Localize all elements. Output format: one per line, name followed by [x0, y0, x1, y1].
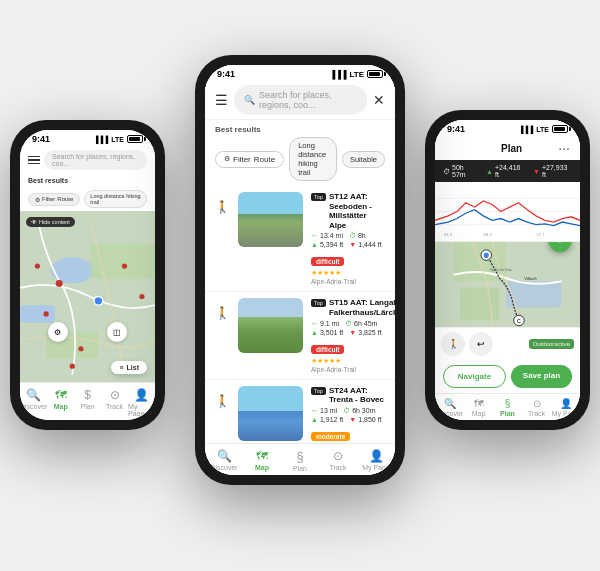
center-nav-track[interactable]: ⊙ Track — [319, 449, 357, 472]
left-search-bar[interactable]: Search for places, regions, coo... — [44, 150, 147, 170]
settings-icon-btn[interactable]: ⚙ — [48, 322, 68, 342]
right-plan-icon: § — [505, 398, 511, 409]
more-btn[interactable]: ··· — [558, 140, 570, 156]
outdooractive-badge: Outdooractive — [529, 339, 574, 349]
right-nav-discover[interactable]: 🔍 Discover — [435, 398, 464, 417]
center-trail-chip[interactable]: Long distance hiking trail — [289, 137, 337, 181]
right-battery — [552, 125, 568, 133]
left-nav-map[interactable]: 🗺 Map — [47, 388, 74, 417]
duration-3: ⏱6h 30m — [343, 407, 375, 414]
hiker-icon-1: 🚶 — [215, 200, 230, 214]
center-filter-row: ⚙ Filter Route Long distance hiking trai… — [205, 137, 395, 186]
distance-2: ↔9.1 mi — [311, 320, 339, 327]
list-btn[interactable]: ≡ List — [111, 361, 147, 374]
center-time: 9:41 — [217, 69, 235, 79]
right-nav-mypage[interactable]: 👤 My Page — [551, 398, 580, 417]
elev-up-2: ▲3,501 ft — [311, 329, 343, 336]
center-track-icon: ⊙ — [333, 449, 343, 463]
trail-item-2[interactable]: 🚶 Top ST15 AAT: Langalmtal - Falkerthaus… — [205, 292, 395, 379]
center-search[interactable]: 🔍 Search for places, regions, coo... — [234, 85, 367, 115]
left-status-icons: ▐▐▐ LTE — [93, 135, 143, 143]
center-battery — [367, 70, 383, 78]
svg-text:48.5: 48.5 — [483, 232, 492, 237]
top-badge-1: Top — [311, 193, 326, 201]
center-nav-discover[interactable]: 🔍 Discover — [205, 449, 243, 472]
elev-down-2: ▼3,825 ft — [349, 329, 381, 336]
center-discover-icon: 🔍 — [217, 449, 232, 463]
hide-content-label: Hide content — [39, 219, 70, 225]
left-status-bar: 9:41 ▐▐▐ LTE — [20, 130, 155, 146]
center-map-icon: 🗺 — [256, 449, 268, 463]
center-track-label: Track — [329, 464, 346, 471]
trail-info-1: Top ST12 AAT: Seeboden - Millstätter Alp… — [311, 192, 385, 285]
right-nav-map[interactable]: 🗺 Map — [464, 398, 493, 417]
right-time: 9:41 — [447, 124, 465, 134]
trail-info-2: Top ST15 AAT: Langalmtal - Falkerthaus/L… — [311, 298, 385, 372]
right-nav-track[interactable]: ⊙ Track — [522, 398, 551, 417]
stat-time: ⏱ 50h 57m — [443, 164, 478, 178]
eye-icon: 👁 — [31, 219, 37, 225]
trail-list: 🚶 Top ST12 AAT: Seeboden - Millstätter A… — [205, 186, 395, 443]
hide-content-btn[interactable]: 👁 Hide content — [26, 217, 75, 227]
elev-up-3: ▲1,912 ft — [311, 416, 343, 423]
walk-btn[interactable]: 🚶 — [441, 332, 465, 356]
elev-down-3: ▼1,850 ft — [349, 416, 381, 423]
left-nav-mypage[interactable]: 👤 My Page — [128, 388, 155, 417]
stars-1: ★★★★★ — [311, 269, 385, 277]
trail-name-row-2: Top ST15 AAT: Langalmtal - Falkerthaus/L… — [311, 298, 385, 317]
mypage-icon: 👤 — [134, 388, 149, 402]
center-plan-icon: § — [296, 449, 303, 464]
right-map: B C Villach Spit in der Drau ↩ ↪ ◫ — [435, 242, 580, 327]
elev-up-1: ▲5,394 ft — [311, 241, 343, 248]
layers-icon-btn[interactable]: ◫ — [107, 322, 127, 342]
map-icon: 🗺 — [55, 388, 67, 402]
svg-point-4 — [56, 280, 63, 287]
arrow-up-icon: ↔ — [311, 232, 318, 239]
left-map: 👁 Hide content ≡ List ⚙ ◫ — [20, 211, 155, 382]
hamburger-icon[interactable] — [28, 156, 40, 165]
right-discover-label: Discover — [436, 410, 463, 417]
center-filter-btn[interactable]: ⚙ Filter Route — [215, 151, 284, 168]
top-badge-2: Top — [311, 299, 326, 307]
svg-text:Villach: Villach — [524, 276, 537, 281]
distance-3: ↔13 mi — [311, 407, 337, 414]
trail-item[interactable]: 🚶 Top ST12 AAT: Seeboden - Millstätter A… — [205, 186, 395, 292]
trail-item-3[interactable]: 🚶 Top ST24 AAT: Trenta - Bovec ↔13 mi ⏱6… — [205, 380, 395, 443]
center-nav-plan[interactable]: § Plan — [281, 449, 319, 472]
navigate-btn[interactable]: Navigate — [443, 365, 506, 388]
list-icon: ≡ — [119, 364, 123, 371]
svg-point-13 — [94, 297, 103, 306]
elevation-svg: 34.2 48.5 72.7 — [435, 182, 580, 241]
clock-icon-2: ⏱ — [345, 320, 352, 327]
center-search-placeholder: Search for places, regions, coo... — [259, 90, 357, 110]
plan-icon: $ — [84, 388, 91, 402]
center-suitable-chip[interactable]: Suitable — [342, 151, 385, 168]
left-battery — [127, 135, 143, 143]
close-icon[interactable]: ✕ — [373, 92, 385, 108]
left-nav-plan[interactable]: $ Plan — [74, 388, 101, 417]
save-plan-btn[interactable]: Save plan — [511, 365, 572, 388]
left-trail-chip[interactable]: Long distance hiking trail — [84, 190, 147, 208]
stat-time-value: 50h 57m — [452, 164, 478, 178]
undo-action-btn[interactable]: ↩ — [469, 332, 493, 356]
menu-icon[interactable]: ☰ — [215, 92, 228, 108]
left-nav-track[interactable]: ⊙ Track — [101, 388, 128, 417]
discover-label: Discover — [20, 403, 47, 410]
center-mypage-label: My Page — [362, 464, 390, 471]
right-bottom-btns: Navigate Save plan — [435, 360, 580, 393]
right-map-label: Map — [472, 410, 486, 417]
left-filter-chip[interactable]: ⚙ Filter Route — [28, 193, 80, 206]
right-map-icon: 🗺 — [474, 398, 484, 409]
left-bottom-nav: 🔍 Discover 🗺 Map $ Plan ⊙ Track — [20, 382, 155, 420]
elev-down-icon: ▼ — [349, 241, 356, 248]
center-nav-mypage[interactable]: 👤 My Page — [357, 449, 395, 472]
right-nav-plan[interactable]: § Plan — [493, 398, 522, 417]
center-nav-map[interactable]: 🗺 Map — [243, 449, 281, 472]
center-filter-label: Filter — [233, 155, 251, 164]
clock-stat-icon: ⏱ — [443, 168, 450, 175]
elev-up-icon-3: ▲ — [311, 416, 318, 423]
center-route-label: Route — [254, 155, 275, 164]
right-stats: ⏱ 50h 57m ▲ +24,416 ft ▼ +27,933 ft — [435, 160, 580, 182]
svg-text:34.2: 34.2 — [444, 232, 453, 237]
left-nav-discover[interactable]: 🔍 Discover — [20, 388, 47, 417]
